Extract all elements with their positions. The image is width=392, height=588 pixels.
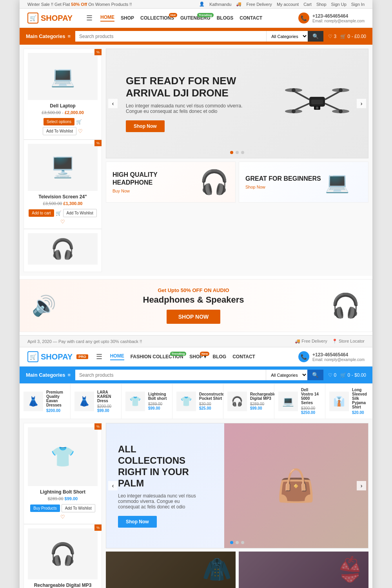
nav-pro-blog[interactable]: BLOG: [212, 354, 226, 359]
nav-shop[interactable]: SHOP: [121, 15, 134, 21]
promo-link-laptop[interactable]: Shop Now: [245, 185, 321, 189]
svg-line-2: [294, 91, 309, 100]
wishlist-heart-icon-tv[interactable]: ♡: [60, 219, 65, 225]
select-options-button[interactable]: Select options: [44, 118, 74, 125]
hero-content: GET READY FOR NEW ARRIVAL DJI DRONE Leo …: [118, 67, 278, 140]
hamburger-pro-icon[interactable]: ☰: [96, 352, 102, 361]
promo-link-headphone[interactable]: Buy Now: [113, 189, 196, 193]
scroll-item-5[interactable]: 💻 Dell Vostro 14 5000 Series $300.00 $25…: [274, 384, 325, 419]
signin-link[interactable]: Sign In: [351, 2, 365, 7]
cart-icon-tv[interactable]: 🛒: [56, 211, 62, 216]
search-button[interactable]: 🔍: [308, 31, 323, 42]
scroll-info-6: Long Sleeved Silk Pyjama Shirt $20.00: [352, 388, 372, 415]
blue-cat-label[interactable]: Main Categories ≡: [26, 372, 71, 378]
nav-pro-fashion[interactable]: FASHION COLLECTION Trending: [131, 354, 183, 359]
promo-highlight: 50% Off: [71, 2, 87, 7]
audio-shop-now-button[interactable]: SHOP NOW: [167, 310, 221, 324]
promo-title-laptop: GREAT FOR BEGINNERS: [245, 175, 321, 182]
dot-1[interactable]: [230, 151, 233, 154]
hero2-image: 👜: [224, 423, 368, 548]
women-fashion-icon: 👙: [335, 555, 365, 583]
hero-shop-now-button[interactable]: Shop Now: [126, 120, 165, 132]
signup-link[interactable]: Sign Up: [331, 2, 347, 7]
main-section: % 💻 Dell Laptop £3,500.00 - £2,000.00 Se…: [20, 45, 372, 276]
add-wishlist-button[interactable]: Add To Wishlist: [43, 127, 76, 135]
slider2-next-button[interactable]: ›: [357, 481, 366, 490]
nav-contact[interactable]: CONTACT: [240, 15, 262, 21]
nav-pro-shop[interactable]: SHOP ▾ New: [189, 354, 206, 359]
logo-pro[interactable]: 🛒 SHOPAY PRO: [27, 351, 88, 362]
shopay-pro-header: 🛒 SHOPAY PRO ☰ HOME FASHION COLLECTION T…: [20, 347, 372, 367]
main-nav: HOME SHOP COLLECTIONS Hot GUTENBERG Tren…: [100, 15, 290, 22]
blue-wishlist-icon[interactable]: ♡ 0: [328, 372, 336, 378]
cart-link[interactable]: Cart: [303, 2, 312, 7]
buy-products-button[interactable]: Buy Products: [30, 505, 60, 512]
hamburger-icon[interactable]: ☰: [86, 14, 93, 22]
scroll-item-2[interactable]: 👕 Lightning Bolt short $289.00 $99.00: [122, 384, 172, 419]
add-cart-button-tv[interactable]: Add to cart: [29, 209, 54, 217]
svg-rect-1: [311, 100, 323, 104]
category-select[interactable]: All Categories: [266, 31, 308, 42]
dot2-2[interactable]: [236, 541, 239, 544]
logo-icon: 🛒: [27, 13, 38, 24]
blue-category-select[interactable]: All Categories: [266, 370, 307, 380]
logo[interactable]: 🛒 SHOPAY: [27, 13, 78, 24]
hero2-title: ALL COLLECTIONS RIGHT IN YOUR PALM: [118, 444, 196, 489]
blue-cart-area: ♡ 0 🛒 0 - $0.00: [328, 372, 366, 378]
hero2-slider: ‹ ALL COLLECTIONS RIGHT IN YOUR PALM Leo…: [106, 423, 368, 548]
slider-next-button[interactable]: ›: [357, 99, 366, 108]
scroll-img-0: 👗: [24, 392, 43, 411]
promo-title-headphone: HIGH QUALITY HEADPHONE: [113, 171, 196, 186]
wishlist-heart-shirt-icon[interactable]: ♡: [60, 514, 65, 520]
dot2-3[interactable]: [241, 541, 244, 544]
drone-svg: [278, 71, 356, 134]
main-categories-label[interactable]: Main Categories ≡: [26, 33, 71, 39]
top-bar-right: 👤 Kathmandu 🚚 Free Delivery My account C…: [199, 2, 365, 7]
my-account-link[interactable]: My account: [277, 2, 299, 7]
dot-2[interactable]: [236, 151, 239, 154]
promo-text-headphone: HIGH QUALITY HEADPHONE Buy Now: [113, 171, 196, 193]
nav-pro-home[interactable]: HOME: [110, 353, 124, 360]
svg-point-12: [292, 109, 296, 113]
scroll-img-6: 👔: [329, 392, 349, 411]
scroll-item-0[interactable]: 👗 Premium Quality Eavan Dresses $200.00: [20, 384, 71, 419]
blue-search-button[interactable]: 🔍: [307, 370, 323, 380]
blue-cart-icon[interactable]: 🛒 0 - $0.00: [340, 372, 366, 378]
search-input[interactable]: [75, 31, 266, 42]
add-wishlist-button-tv[interactable]: Add To Wishlist: [63, 209, 97, 217]
scroll-item-1[interactable]: 👗 LARA KAREN Dress $200.00 $99.00: [71, 384, 122, 419]
hero2-shop-now-button[interactable]: Shop Now: [118, 516, 157, 528]
shop-link[interactable]: Shop: [316, 2, 327, 7]
product-price-tv: £3,500.00 £1,300.00: [28, 201, 98, 206]
cart-icon[interactable]: 🛒 0 - £0.00: [340, 34, 366, 39]
hero-drone-image: [278, 71, 356, 136]
slider-prev-button[interactable]: ‹: [108, 99, 118, 108]
product-title: Dell Laptop: [28, 103, 98, 109]
trending-women-banner: 👙 WOMEN SUMMER ITEMS Shop Now: [239, 552, 368, 588]
svg-point-13: [339, 109, 343, 113]
nav-collections[interactable]: COLLECTIONS Hot: [140, 15, 174, 21]
product-card-headphone: 🎧: [24, 229, 102, 272]
wishlist-heart-icon[interactable]: ♡: [78, 128, 83, 134]
section-divider: April 3, 2020 — Pay with card any get up…: [20, 335, 372, 347]
nav-home[interactable]: HOME: [100, 15, 114, 22]
scroll-item-3[interactable]: 👕 Deconstructed Pocket Shirt $30.00 $25.…: [172, 384, 223, 419]
blue-search-input[interactable]: [75, 370, 266, 380]
dot-3[interactable]: [241, 151, 244, 154]
pro-support-number: +123-465465464: [312, 352, 365, 358]
scroll-item-6[interactable]: 👔 Long Sleeved Silk Pyjama Shirt $20.00: [325, 384, 372, 419]
dot2-1[interactable]: [230, 541, 233, 544]
add-wishlist-shirt-button[interactable]: Add To Wishlist: [62, 504, 95, 512]
wishlist-icon[interactable]: ♡ 3: [328, 34, 336, 39]
nav-pro-contact[interactable]: CONTACT: [232, 354, 255, 359]
product-badge-shirt: %: [94, 423, 102, 430]
scroll-item-4[interactable]: 🎧 Rechargeable Digital MP3 $289.00 $99.0…: [223, 384, 274, 419]
product-card-shirt: % 👕 Lightning Bolt Short $289.00 $99.00 …: [24, 423, 102, 524]
pro-badge: PRO: [76, 354, 88, 359]
scroll-img-1: 👗: [74, 392, 94, 411]
promo-banner-headphone: HIGH QUALITY HEADPHONE Buy Now 🎧: [106, 162, 236, 203]
cart-add-icon[interactable]: 🛒: [76, 119, 82, 125]
nav-gutenberg[interactable]: GUTENBERG Trending: [180, 15, 211, 21]
scroll-img-2: 👕: [125, 392, 145, 411]
nav-blogs[interactable]: BLOGS: [217, 15, 234, 21]
